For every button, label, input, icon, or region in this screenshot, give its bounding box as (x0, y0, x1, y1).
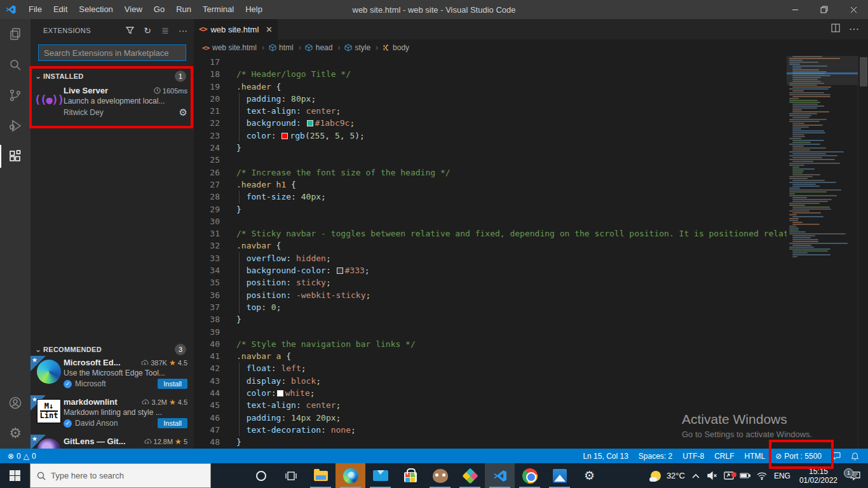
code-line[interactable]: 43 display: block; (194, 375, 787, 387)
breadcrumb-item[interactable]: <> style (344, 43, 381, 52)
menu-item[interactable]: Selection (73, 0, 118, 19)
extension-live-server[interactable]: ((●)) Live Server 1605ms Launch a develo… (31, 84, 194, 123)
clear-results-icon[interactable]: ≣ (159, 25, 171, 36)
split-editor-icon[interactable] (831, 24, 840, 35)
code-line[interactable]: 30 (194, 215, 787, 227)
code-line[interactable]: 45 text-align: center; (194, 399, 787, 411)
code-line[interactable]: 44 color:white; (194, 387, 787, 399)
eol-indicator[interactable]: CRLF (709, 449, 739, 463)
temperature[interactable]: 32°C (667, 471, 685, 480)
manage-gear-icon[interactable]: ⚙ (179, 107, 187, 118)
run-debug-icon[interactable] (0, 111, 31, 141)
file-explorer-icon[interactable] (306, 463, 336, 488)
chrome-icon[interactable] (515, 463, 545, 488)
code-line[interactable]: 34 background-color: #333; (194, 264, 787, 276)
code-line[interactable]: 37 top: 0; (194, 301, 787, 313)
tab-close-icon[interactable]: ✕ (266, 25, 273, 34)
breadcrumb-item[interactable]: <> web site.html (201, 43, 267, 52)
indentation-indicator[interactable]: Spaces: 2 (634, 449, 677, 463)
recommended-section-header[interactable]: ⌄ RECOMMENDED 3 (31, 342, 194, 357)
gimp-icon[interactable] (425, 463, 455, 488)
chevron-up-icon[interactable] (688, 473, 704, 478)
menu-item[interactable]: Edit (48, 0, 73, 19)
code-line[interactable]: 40/* Style the navigation bar links */ (194, 338, 787, 350)
diamond-app-icon[interactable] (455, 463, 485, 488)
start-button[interactable] (0, 463, 30, 488)
battery-icon[interactable] (737, 472, 754, 479)
language-mode[interactable]: HTML (740, 449, 771, 463)
install-button[interactable]: Install (158, 418, 187, 428)
code-line[interactable]: 17 (194, 56, 787, 68)
close-button[interactable] (839, 0, 868, 19)
photos-icon[interactable] (545, 463, 574, 488)
breadcrumb-item[interactable]: <> html (268, 43, 304, 52)
recommended-extension-item[interactable]: ★ GitLens — Git... 12.8M ★ 5 ✓ (31, 435, 194, 449)
menu-item[interactable]: Go (148, 0, 170, 19)
explorer-icon[interactable] (0, 19, 31, 50)
breadcrumb-item[interactable]: <> head (305, 43, 343, 52)
filter-icon[interactable] (124, 25, 135, 36)
code-line[interactable]: 24} (194, 142, 787, 154)
code-line[interactable]: 18/* Header/logo Title */ (194, 68, 787, 80)
cast-screen-icon[interactable] (721, 471, 737, 480)
code-line[interactable]: 26/* Increase the font size of the headi… (194, 166, 787, 179)
code-line[interactable]: 36 position: -webkit-sticky; (194, 289, 787, 301)
code-line[interactable]: 41.navbar a { (194, 350, 787, 362)
source-control-icon[interactable] (0, 80, 31, 111)
more-actions-icon[interactable]: ··· (849, 24, 859, 35)
editor-scrollbar[interactable] (858, 56, 868, 449)
tab-web-site-html[interactable]: <> web site.html ✕ (194, 19, 278, 39)
volume-muted-icon[interactable] (704, 471, 721, 480)
code-line[interactable]: 33 overflow: hidden; (194, 252, 787, 264)
edge-icon[interactable] (336, 463, 365, 488)
code-line[interactable]: 31/* Sticky navbar - toggles between rel… (194, 227, 787, 240)
live-server-port[interactable]: ⊘ Port : 5500 (770, 449, 827, 463)
menu-item[interactable]: File (23, 0, 48, 19)
menu-item[interactable]: Run (170, 0, 197, 19)
restore-button[interactable] (810, 0, 839, 19)
code-line[interactable]: 42 float: left; (194, 362, 787, 374)
code-line[interactable]: 25 (194, 154, 787, 166)
installed-section-header[interactable]: ⌄ INSTALLED 1 (31, 69, 194, 84)
minimap[interactable] (787, 56, 858, 310)
feedback-icon[interactable] (827, 449, 846, 463)
task-view-icon[interactable] (276, 463, 306, 488)
taskbar-search[interactable]: Type here to search (30, 463, 211, 488)
code-line[interactable]: 19.header { (194, 81, 787, 93)
accounts-icon[interactable] (0, 388, 31, 418)
code-line[interactable]: 29} (194, 203, 787, 215)
clock[interactable]: 15:15 01/02/2022 (794, 467, 843, 485)
mail-icon[interactable] (365, 463, 395, 488)
settings-gear-icon[interactable]: ⚙ (0, 418, 31, 449)
scrollbar-thumb[interactable] (860, 57, 867, 86)
extensions-search-input[interactable] (38, 44, 186, 61)
weather-icon[interactable] (645, 471, 667, 481)
menu-item[interactable]: Help (240, 0, 268, 19)
code-line[interactable]: 28 font-size: 40px; (194, 191, 787, 203)
install-button[interactable]: Install (158, 379, 187, 389)
menu-item[interactable]: View (119, 0, 148, 19)
store-icon[interactable] (395, 463, 425, 488)
code-line[interactable]: 23 color: rgb(255, 5, 5); (194, 130, 787, 142)
encoding-indicator[interactable]: UTF-8 (677, 449, 709, 463)
menu-item[interactable]: Terminal (197, 0, 240, 19)
code-line[interactable]: 38} (194, 313, 787, 325)
refresh-icon[interactable]: ↻ (142, 25, 153, 36)
code-line[interactable]: 22 background: #1abc9c; (194, 117, 787, 129)
extensions-icon[interactable] (0, 141, 31, 172)
more-actions-icon[interactable]: ··· (177, 25, 189, 36)
recommended-extension-item[interactable]: ★ markdownlint 3.2M ★ 4.5 Markdown linti… (31, 395, 194, 435)
code-line[interactable]: 39 (194, 326, 787, 338)
search-icon[interactable] (0, 50, 31, 80)
problems-indicator[interactable]: ⊗0 △0 (3, 449, 41, 463)
breadcrumb-item[interactable]: <> body (382, 43, 409, 52)
code-line[interactable]: 32.navbar { (194, 240, 787, 252)
code-line[interactable]: 20 padding: 80px; (194, 93, 787, 105)
recommended-extension-item[interactable]: ★ Microsoft Ed... 387K ★ 4.5 Use the Mic… (31, 356, 194, 395)
action-center-icon[interactable]: 1 (843, 471, 868, 480)
settings-icon[interactable]: ⚙ (574, 463, 604, 488)
code-line[interactable]: 21 text-align: center; (194, 105, 787, 117)
cursor-position[interactable]: Ln 15, Col 13 (578, 449, 633, 463)
code-line[interactable]: 35 position: sticky; (194, 276, 787, 288)
wifi-icon[interactable] (754, 472, 770, 480)
